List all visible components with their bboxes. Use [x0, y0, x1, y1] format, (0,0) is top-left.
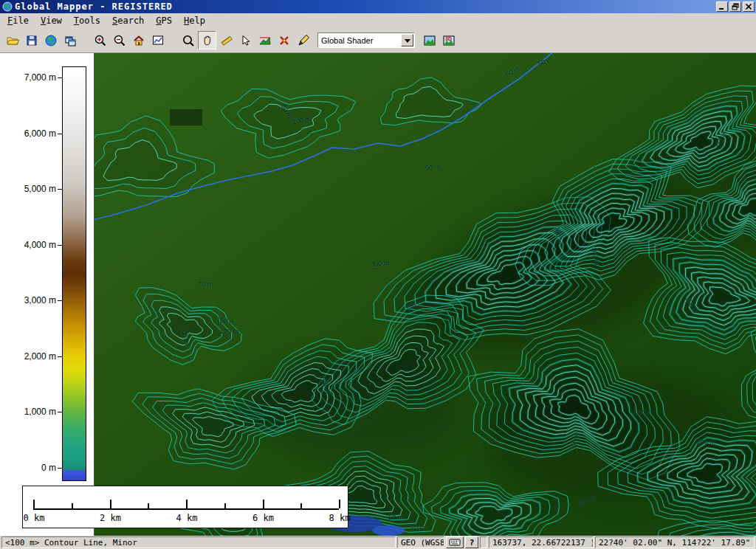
- scale-bar: 0 km2 km4 km6 km8 km: [22, 486, 348, 528]
- scale-tick: [33, 500, 35, 508]
- globe-icon: [44, 34, 58, 47]
- floppy-icon: [25, 34, 38, 47]
- zoom-to-scale-button[interactable]: [148, 31, 167, 49]
- scale-tick: [72, 503, 73, 508]
- zoom-out-icon: [113, 34, 126, 47]
- elevation-label: 1,000 m: [0, 407, 56, 417]
- minimize-icon: [718, 2, 726, 11]
- legend-tick: [58, 412, 62, 412]
- scale-tick: [300, 503, 302, 508]
- keyboard-icon: [449, 538, 461, 547]
- scale-tick: [148, 503, 149, 508]
- layers-icon: [63, 34, 77, 47]
- zoom-in-button[interactable]: [91, 31, 109, 49]
- shader-dropdown-value: Global Shader: [318, 36, 401, 45]
- status-map-coordinates: 163737, 22.66722137 ): [489, 536, 594, 548]
- title-bar: Global Mapper - REGISTERED: [0, 0, 756, 13]
- zoom-tool-button[interactable]: [179, 31, 197, 49]
- status-spacer: [480, 536, 487, 548]
- elevation-label: 4,000 m: [0, 240, 56, 250]
- magnifier-icon: [182, 34, 195, 47]
- menu-item-search[interactable]: Search: [106, 14, 150, 27]
- legend-tick: [58, 134, 62, 134]
- scale-label: 4 km: [176, 513, 198, 523]
- pan-tool-button[interactable]: [198, 31, 216, 49]
- full-view-button[interactable]: [129, 31, 148, 49]
- path-profile-icon: [258, 34, 272, 47]
- scale-tick: [263, 500, 264, 508]
- path-profile-button[interactable]: [255, 31, 274, 49]
- 3d-view-icon: 3D: [442, 34, 456, 47]
- window-title: Global Mapper - REGISTERED: [15, 1, 715, 12]
- scale-tick: [110, 500, 111, 508]
- elevation-label: 6,000 m: [0, 128, 56, 139]
- global-mapper-window: Global Mapper - REGISTERED FileViewTools…: [0, 0, 756, 549]
- restore-button[interactable]: [729, 1, 741, 12]
- chevron-down-icon: [401, 34, 413, 46]
- minimize-button[interactable]: [716, 1, 728, 12]
- main-area: 7,000 m6,000 m5,000 m4,000 m3,000 m2,000…: [0, 53, 756, 536]
- menu-item-view[interactable]: View: [35, 14, 68, 27]
- scale-bar-line: [33, 508, 339, 510]
- elevation-label: 2,000 m: [0, 351, 56, 362]
- scale-label: 6 km: [252, 513, 274, 523]
- hand-icon: [201, 34, 214, 47]
- menu-bar: FileViewToolsSearchGPSHelp: [0, 13, 756, 28]
- status-feature-info: <100 m> Contour Line, Minor: [1, 536, 396, 548]
- ruler-icon: [220, 34, 233, 47]
- elevation-label: 3,000 m: [0, 295, 56, 305]
- legend-tick: [58, 245, 62, 246]
- open-button[interactable]: [3, 31, 21, 49]
- status-bar: <100 m> Contour Line, Minor GEO (WGS8 ? …: [0, 536, 756, 549]
- zoom-in-icon: [94, 34, 107, 47]
- scale-tick: [186, 500, 188, 508]
- online-data-button[interactable]: [41, 31, 60, 49]
- svg-text:3D: 3D: [445, 36, 452, 41]
- close-button[interactable]: [743, 1, 755, 12]
- digitizer-tool-button[interactable]: [294, 31, 312, 49]
- 3d-view-button[interactable]: 3D: [439, 31, 458, 49]
- elevation-label: 5,000 m: [0, 184, 56, 194]
- cursor-icon: [239, 34, 252, 47]
- close-icon: [744, 2, 753, 11]
- scale-label: 2 km: [100, 513, 121, 523]
- globe-icon: [2, 1, 13, 12]
- elevation-legend: 7,000 m6,000 m5,000 m4,000 m3,000 m2,000…: [0, 53, 94, 536]
- menu-item-gps[interactable]: GPS: [150, 14, 178, 27]
- legend-tick: [58, 356, 62, 357]
- measure-tool-button[interactable]: [217, 31, 236, 49]
- home-icon: [132, 34, 145, 47]
- status-geo-coordinates: 22?40' 02.00" N, 114?22' 17.89" E: [595, 536, 755, 548]
- elevation-label: 0 m: [0, 463, 56, 473]
- scale-label: 8 km: [329, 513, 351, 523]
- menu-item-tools[interactable]: Tools: [68, 14, 106, 27]
- save-button[interactable]: [22, 31, 41, 49]
- select-tool-button[interactable]: [236, 31, 255, 49]
- cut-icon: [278, 34, 291, 47]
- overlay-control-center-button[interactable]: [61, 31, 79, 49]
- open-folder-icon: [6, 34, 19, 47]
- shader-dropdown[interactable]: Global Shader: [317, 32, 415, 48]
- cut-tool-button[interactable]: [275, 31, 293, 49]
- elevation-label: 7,000 m: [0, 72, 56, 83]
- legend-tick: [58, 189, 62, 190]
- zoom-out-button[interactable]: [110, 31, 128, 49]
- map-view[interactable]: 50 m50 m100 m50 m50 m70 m150 m100 m100 m…: [94, 53, 756, 536]
- toolbar: Global Shader 3D: [0, 28, 756, 53]
- coordinate-entry-button[interactable]: [446, 536, 464, 548]
- legend-tick: [58, 468, 62, 469]
- terrain-map: [94, 53, 756, 536]
- legend-tick: [58, 300, 62, 301]
- terrain-icon: [423, 34, 436, 47]
- scale-tick: [339, 500, 340, 508]
- status-projection: GEO (WGS8: [397, 536, 444, 548]
- help-button[interactable]: ?: [465, 536, 478, 548]
- scale-tick: [224, 503, 226, 508]
- menu-item-file[interactable]: File: [1, 14, 35, 27]
- elevation-gradient-bar: [62, 66, 86, 481]
- legend-tick: [58, 77, 62, 78]
- pen-icon: [297, 34, 310, 47]
- restore-icon: [731, 2, 740, 11]
- menu-item-help[interactable]: Help: [178, 14, 211, 27]
- terrain-view-button[interactable]: [420, 31, 439, 49]
